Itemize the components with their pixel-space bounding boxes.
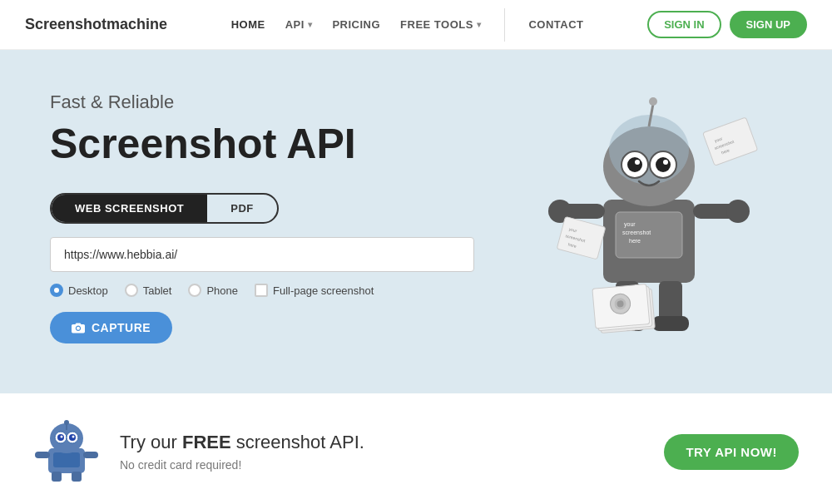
option-tablet[interactable]: Tablet bbox=[125, 284, 172, 297]
fullpage-checkbox[interactable] bbox=[255, 284, 268, 297]
mini-robot-svg bbox=[33, 418, 100, 485]
option-phone[interactable]: Phone bbox=[188, 284, 238, 297]
camera-icon bbox=[72, 322, 85, 334]
tab-web-screenshot[interactable]: WEB SCREENSHOT bbox=[52, 195, 207, 222]
nav-divider bbox=[504, 8, 505, 42]
capture-label: CAPTURE bbox=[92, 321, 151, 334]
svg-rect-52 bbox=[83, 452, 98, 458]
robot-illustration: your screenshot here bbox=[516, 67, 782, 366]
bottom-subtext: No credit card required! bbox=[120, 458, 364, 472]
option-fullpage[interactable]: Full-page screenshot bbox=[255, 284, 374, 297]
signup-button[interactable]: SIGN UP bbox=[730, 11, 807, 38]
svg-point-47 bbox=[61, 436, 63, 438]
bottom-left: Try our FREE screenshot API. No credit c… bbox=[33, 418, 364, 485]
tab-pdf[interactable]: PDF bbox=[207, 195, 277, 222]
nav-item-pricing[interactable]: PRICING bbox=[332, 18, 380, 31]
nav-item-contact[interactable]: CONTACT bbox=[528, 18, 583, 31]
mini-robot bbox=[33, 418, 100, 485]
bottom-heading-bold: FREE bbox=[182, 432, 231, 452]
svg-rect-40 bbox=[52, 472, 62, 482]
phone-radio[interactable] bbox=[188, 284, 201, 297]
logo-bold: machine bbox=[106, 16, 167, 32]
bottom-heading-rest: screenshot API. bbox=[231, 432, 364, 452]
logo-regular: Screenshot bbox=[25, 16, 106, 32]
bottom-heading: Try our FREE screenshot API. bbox=[120, 432, 364, 453]
svg-rect-39 bbox=[53, 452, 80, 467]
try-api-button[interactable]: TRY API NOW! bbox=[664, 434, 799, 470]
svg-point-16 bbox=[635, 160, 640, 165]
capture-button[interactable]: CAPTURE bbox=[50, 312, 172, 343]
svg-text:your: your bbox=[624, 221, 636, 228]
svg-point-50 bbox=[64, 420, 69, 425]
nav-item-api[interactable]: API ▾ bbox=[285, 18, 313, 31]
desktop-radio[interactable] bbox=[50, 284, 63, 297]
option-desktop[interactable]: Desktop bbox=[50, 284, 108, 297]
robot-svg: your screenshot here bbox=[516, 67, 782, 366]
svg-rect-51 bbox=[35, 452, 50, 458]
svg-text:screenshot: screenshot bbox=[622, 230, 651, 235]
url-row bbox=[50, 237, 474, 272]
hero-title: Screenshot API bbox=[50, 120, 516, 168]
logo[interactable]: Screenshotmachine bbox=[25, 16, 167, 33]
url-input[interactable] bbox=[50, 237, 474, 272]
svg-point-19 bbox=[649, 97, 657, 106]
hero-section: Fast & Reliable Screenshot API WEB SCREE… bbox=[0, 50, 832, 393]
screenshot-tabs: WEB SCREENSHOT PDF bbox=[50, 193, 279, 224]
svg-text:here: here bbox=[629, 238, 641, 244]
auth-buttons: SIGN IN SIGN UP bbox=[647, 11, 807, 38]
bottom-section: Try our FREE screenshot API. No credit c… bbox=[0, 393, 832, 504]
svg-point-15 bbox=[656, 157, 671, 172]
signin-button[interactable]: SIGN IN bbox=[647, 11, 721, 38]
bottom-heading-normal: Try our bbox=[120, 432, 182, 452]
main-nav: HOME API ▾ PRICING FREE TOOLS ▾ CONTACT bbox=[231, 8, 584, 42]
svg-point-23 bbox=[726, 200, 750, 223]
svg-point-0 bbox=[77, 327, 80, 330]
svg-point-48 bbox=[72, 436, 75, 438]
options-row: Desktop Tablet Phone Full-page screensho… bbox=[50, 284, 516, 297]
tablet-radio[interactable] bbox=[125, 284, 138, 297]
header: Screenshotmachine HOME API ▾ PRICING FRE… bbox=[0, 0, 832, 50]
svg-point-14 bbox=[627, 157, 642, 172]
bottom-text: Try our FREE screenshot API. No credit c… bbox=[120, 432, 364, 472]
svg-rect-9 bbox=[652, 316, 689, 331]
hero-text-block: Fast & Reliable Screenshot API WEB SCREE… bbox=[50, 91, 516, 343]
api-chevron-icon: ▾ bbox=[308, 20, 313, 29]
nav-item-freetools[interactable]: FREE TOOLS ▾ bbox=[400, 18, 481, 31]
nav-item-home[interactable]: HOME bbox=[231, 18, 265, 31]
freetools-chevron-icon: ▾ bbox=[477, 20, 482, 29]
hero-subtitle: Fast & Reliable bbox=[50, 91, 516, 113]
svg-rect-41 bbox=[72, 472, 82, 482]
svg-point-17 bbox=[663, 160, 668, 165]
